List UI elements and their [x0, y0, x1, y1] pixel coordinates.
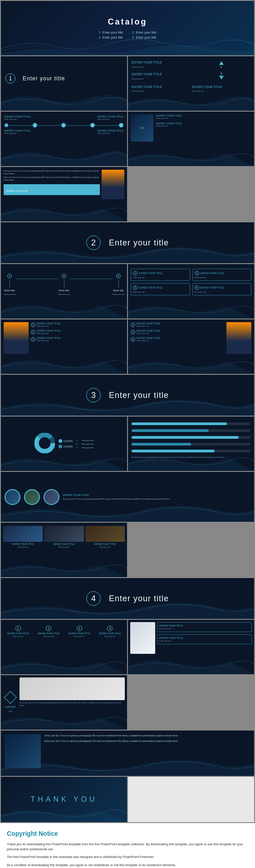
arrows-col: 1 3 [192, 61, 250, 80]
line-2 [37, 125, 62, 126]
t-item-3: 3 Enter title Enter your text [113, 274, 124, 295]
pie-chart [34, 433, 55, 455]
num-circle-4: 4 [119, 123, 123, 128]
image-titles-content: IMG ENTER YOUR TITLE Enter your text ENT… [128, 112, 254, 166]
t-item-2: 2 Enter title Enter your text [58, 274, 70, 295]
img-2 [44, 526, 83, 542]
title-1: ENTER YOUR TITLE Enter your text [156, 114, 251, 119]
catalog-title: Catalog [108, 17, 147, 27]
bar-chart-text: No illustration for photography HD may f… [132, 456, 250, 459]
legend-1: LEGEND [59, 439, 73, 443]
arrow-up-icon [219, 61, 224, 65]
bar-1 [132, 422, 250, 425]
t-item-1: 1 Enter title Enter your text [4, 274, 15, 295]
bar-3 [132, 436, 250, 439]
copyright-para-2: The free PowerPoint template in this dow… [7, 854, 248, 859]
bar-2 [132, 429, 250, 432]
circles-text-col: ENTER YOUR TITLE Enter your text. Focus … [63, 494, 250, 500]
slide-three-img-titles: ENTER YOUR TITLE Enter your text ENTER Y… [1, 523, 127, 577]
bar-4 [132, 443, 250, 446]
slide-image-text-large: Enter your text. Focus on genuine photog… [1, 731, 254, 776]
enter-title-button[interactable]: ENTER YOUR TITLE [4, 184, 100, 195]
titles-col: ENTER YOUR TITLE Enter your text ENTER Y… [156, 114, 251, 127]
num-col-3: 3 ENTER YOUR TITLE Enter your text [69, 626, 90, 638]
bar-item-3: 3 Enter your text [76, 446, 93, 449]
diamond-col: CONTENT Here [3, 677, 18, 727]
slide-four-circles: ENTER YOUR TITLE Enter your text ENTER Y… [1, 112, 127, 166]
four-boxes-content: 1 ENTER YOUR TITLE Enter your text 3 ENT… [128, 264, 254, 319]
thank-you-content: THANK YOU [1, 777, 127, 822]
big-num-2: 2 [86, 235, 101, 250]
image-text-large-content: Enter your text. Focus on genuine photog… [1, 731, 254, 776]
num-col-1: 1 ENTER YOUR TITLE Enter your text [7, 626, 29, 638]
diamond-content: CONTENT Here Enter your text. Focus on g… [1, 675, 127, 730]
dot-1 [5, 123, 8, 127]
t-line-2 [70, 279, 113, 279]
pie-chart-content: LEGEND LEGEND 1 Enter your text 2 Enter … [1, 417, 127, 471]
line-4 [95, 125, 119, 126]
slide-pie-chart: LEGEND LEGEND 1 Enter your text 2 Enter … [1, 417, 127, 471]
slide-diamond-image: CONTENT Here Enter your text. Focus on g… [1, 675, 127, 730]
legend-col: LEGEND LEGEND [59, 439, 73, 448]
circle-img-3 [44, 489, 59, 505]
slide-circles: ENTER YOUR TITLE Enter your text. Focus … [1, 472, 254, 522]
city-image [4, 322, 29, 354]
img-col-2: ENTER YOUR TITLE Enter your text [44, 526, 83, 548]
boxes-grid: 1 ENTER YOUR TITLE Enter your text 3 ENT… [131, 269, 251, 295]
top-titles: ENTER YOUR TITLE Enter your text ENTER Y… [5, 115, 123, 120]
copyright-para-1: Thank you for downloading this PowerPoin… [7, 842, 248, 852]
four-arrows-grid: ENTER YOUR TITLE Enter your text ENTER Y… [132, 61, 250, 80]
image-three-content: 1 ENTER YOUR TITLE Enter your text 2 ENT… [1, 319, 127, 374]
blank-right [128, 777, 254, 822]
tech-image-placeholder: IMG [131, 114, 153, 142]
bar-5 [132, 450, 250, 452]
box-4: 4 ENTER YOUR TITLE Enter your text [192, 283, 252, 295]
img-3 [85, 526, 125, 542]
arrow-down-icon [219, 76, 224, 79]
item-1: ENTER YOUR TITLE [132, 61, 190, 64]
circle-img-1 [5, 489, 20, 505]
slide-content-4: ENTER YOUR TITLE Enter your text ENTER Y… [1, 112, 127, 166]
number-circle-1: 1 [5, 74, 15, 83]
slide-big-title: Enter your title [23, 75, 65, 82]
num-circle-1: 1 [33, 123, 37, 128]
three-titles-col: 1 ENTER YOUR TITLE Enter your text 2 ENT… [31, 322, 124, 342]
diamond-text-col: Enter your text. Focus on genuine photog… [20, 677, 125, 727]
bottom-right: ENTER YOUR TITLE Enter your text [98, 129, 123, 134]
left-item-2: 2 ENTER YOUR TITLE Enter your text [131, 329, 224, 334]
img-col-3: ENTER YOUR TITLE Enter your text [85, 526, 125, 548]
slides-grid: Catalog 1 Enter your title 3 Enter your … [0, 0, 255, 823]
copyright-para-3: As a condition of downloading this templ… [7, 863, 248, 868]
slide-enter-title-1: 1 Enter your title [1, 56, 127, 111]
item-4: ENTER YOUR TITLE Enter your text [192, 82, 250, 92]
slide-image-two-titles: IMG ENTER YOUR TITLE Enter your text ENT… [128, 112, 254, 166]
item-3: ENTER YOUR TITLE Enter your text [132, 82, 190, 92]
four-nums-row: 1 ENTER YOUR TITLE Enter your text 2 ENT… [3, 626, 125, 638]
three-img-content: ENTER YOUR TITLE Enter your text ENTER Y… [1, 523, 127, 577]
text-image-content: Enter your text. Focus on genuine photog… [1, 167, 127, 221]
thank-you-label: THANK YOU [30, 795, 97, 804]
left-item-3: 3 ENTER YOUR TITLE Enter your text [131, 337, 224, 342]
circle-img-2 [24, 489, 40, 505]
big-4-title: Enter your title [109, 594, 169, 603]
slide-four-boxes: 1 ENTER YOUR TITLE Enter your text 3 ENT… [128, 264, 254, 319]
slide-content-2: 1 Enter your title [1, 56, 127, 111]
left-item-1: 1 ENTER YOUR TITLE Enter your text [131, 322, 224, 327]
big-num-3: 3 [86, 388, 101, 402]
text-col: Enter your text. Focus on genuine photog… [4, 170, 100, 219]
circles-content: ENTER YOUR TITLE Enter your text. Focus … [1, 472, 254, 522]
circle-col-2 [24, 489, 40, 505]
slide-four-nums-row: 1 ENTER YOUR TITLE Enter your text 2 ENT… [1, 620, 127, 674]
timeline-dots-row: 1 Enter title Enter your text 2 Enter ti… [4, 274, 124, 295]
bar-chart-content: No illustration for photography HD may f… [128, 417, 254, 471]
text-blocks: ENTER YOUR TITLE Enter your text ENTER Y… [157, 622, 252, 672]
top-right: ENTER YOUR TITLE Enter your text [98, 115, 123, 120]
slide-three-image: 1 ENTER YOUR TITLE Enter your text 2 ENT… [128, 319, 254, 374]
three-items-col: 1 ENTER YOUR TITLE Enter your text 2 ENT… [131, 322, 224, 371]
timeline-content: 1 Enter title Enter your text 2 Enter ti… [1, 264, 127, 319]
img-col-1: ENTER YOUR TITLE Enter your text [3, 526, 43, 548]
big-3-content: 3 Enter your title [86, 388, 169, 402]
bar-items: 1 Enter your text 2 Enter your text 3 En… [76, 439, 93, 449]
three-image-content: 1 ENTER YOUR TITLE Enter your text 2 ENT… [128, 319, 254, 374]
building-image [20, 677, 125, 700]
